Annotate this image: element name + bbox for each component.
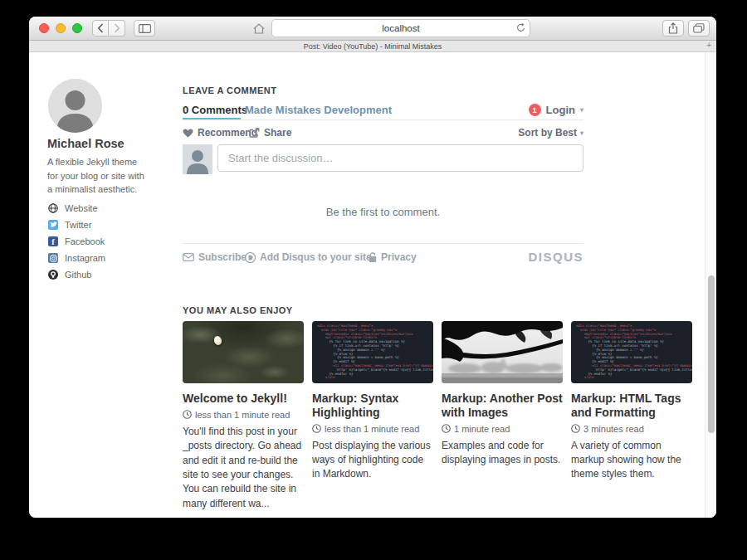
disqus-actions-row: Recommend Share Sort by Best ▾: [183, 127, 583, 140]
link-label: Instagram: [65, 253, 105, 263]
link-label: Github: [65, 270, 91, 280]
pearl-decoration: [213, 335, 223, 346]
privacy-label: Privacy: [381, 251, 417, 263]
read-time-label: 3 minutes read: [583, 424, 644, 434]
post-title-link[interactable]: Markup: HTML Tags and Formatting: [571, 392, 692, 420]
scrollbar-track[interactable]: [705, 52, 716, 518]
link-label: Twitter: [65, 220, 91, 230]
chevron-right-icon: [114, 23, 120, 33]
login-label: Login: [546, 104, 575, 116]
sidebar-item-website[interactable]: Website: [48, 200, 105, 217]
screenshot-stage: localhost Post: Video (YouTube) - Minima…: [0, 0, 747, 560]
globe-icon: [48, 203, 58, 213]
post-teaser-image[interactable]: <div class="masthead__menu"> <nav id="si…: [571, 321, 692, 383]
traffic-lights: [39, 23, 82, 33]
share-thread-button[interactable]: Share: [249, 127, 291, 139]
reload-button[interactable]: [516, 22, 525, 33]
tabs-overview-icon: [693, 23, 705, 33]
post-teaser-image[interactable]: [183, 321, 304, 383]
envelope-icon: [183, 253, 194, 261]
browser-toolbar: localhost: [29, 17, 716, 41]
heart-icon: [183, 129, 193, 138]
person-silhouette-icon: [183, 144, 212, 174]
zoom-window-button[interactable]: [72, 23, 82, 33]
tab-bar: Post: Video (YouTube) - Minimal Mistakes…: [29, 41, 716, 52]
link-label: Website: [65, 203, 98, 213]
clock-icon: [442, 424, 451, 433]
close-window-button[interactable]: [39, 23, 49, 33]
instagram-icon: [48, 253, 58, 263]
sidebar-item-github[interactable]: Github: [48, 266, 105, 283]
scrollbar-thumb[interactable]: [708, 275, 715, 433]
post-excerpt: Post displaying the various ways of high…: [312, 439, 433, 482]
add-disqus-link[interactable]: Add Disqus to your site: [245, 251, 372, 263]
active-tab[interactable]: Post: Video (YouTube) - Minimal Mistakes: [304, 42, 442, 51]
related-post-card: Markup: Another Post with Images 1 minut…: [442, 321, 563, 467]
author-avatar: [48, 79, 102, 133]
post-teaser-image[interactable]: [442, 321, 563, 383]
sidebar-icon: [139, 24, 151, 33]
post-title-link[interactable]: Markup: Another Post with Images: [442, 392, 563, 420]
read-time-label: less than 1 minute read: [325, 424, 419, 434]
chevron-left-icon: [97, 23, 104, 33]
reload-icon: [516, 22, 525, 33]
author-name: Michael Rose: [47, 137, 124, 150]
divider: [183, 119, 583, 120]
sort-menu[interactable]: Sort by Best ▾: [518, 127, 583, 139]
post-excerpt: Examples and code for displaying images …: [442, 439, 563, 468]
comment-count-tab[interactable]: 0 Comments: [183, 104, 247, 116]
minimize-window-button[interactable]: [56, 23, 66, 33]
author-links: Website Twitter f Facebook Instagram: [48, 200, 105, 283]
privacy-link[interactable]: Privacy: [369, 251, 417, 263]
post-excerpt: You'll find this post in your _posts dir…: [183, 425, 304, 511]
address-bar[interactable]: localhost: [271, 19, 530, 37]
post-title-link[interactable]: Welcome to Jekyll!: [183, 392, 304, 406]
sidebar-item-facebook[interactable]: f Facebook: [48, 233, 105, 250]
page-content: Michael Rose A flexible Jekyll theme for…: [29, 52, 716, 518]
forward-button[interactable]: [109, 20, 125, 37]
commenter-avatar: [183, 144, 212, 174]
share-button[interactable]: [662, 20, 684, 37]
read-time-label: 1 minute read: [454, 424, 510, 434]
notification-badge: 1: [529, 104, 541, 116]
post-teaser-image[interactable]: <div class="masthead__menu"> <nav id="si…: [312, 321, 433, 383]
show-tabs-button[interactable]: [688, 20, 710, 37]
history-nav-group: [92, 20, 125, 37]
related-heading: YOU MAY ALSO ENJOY: [183, 305, 293, 315]
post-title-link[interactable]: Markup: Syntax Highlighting: [312, 392, 433, 420]
lock-icon: [369, 252, 377, 263]
divider: [183, 243, 583, 244]
toolbar-right-buttons: [662, 20, 710, 37]
disqus-logo[interactable]: DISQUS: [528, 250, 583, 264]
new-tab-button[interactable]: +: [706, 41, 711, 51]
back-button[interactable]: [92, 20, 109, 37]
subscribe-link[interactable]: Subscribe: [183, 251, 247, 263]
sort-label: Sort by Best: [518, 127, 577, 139]
login-menu[interactable]: 1 Login ▾: [529, 104, 583, 116]
github-icon: [48, 270, 58, 280]
read-time-label: less than 1 minute read: [195, 410, 290, 420]
empty-thread-message: Be the first to comment.: [183, 206, 583, 218]
link-label: Facebook: [65, 236, 105, 246]
disqus-header: 0 Comments Made Mistakes Development 1 L…: [183, 104, 583, 119]
sidebar-toggle-button[interactable]: [134, 20, 155, 37]
recommend-button[interactable]: Recommend: [183, 127, 257, 139]
disqus-footer: Subscribe Add Disqus to your site Privac…: [183, 250, 583, 265]
read-time: less than 1 minute read: [183, 410, 304, 420]
person-silhouette-icon: [48, 79, 102, 133]
facebook-icon: f: [48, 236, 58, 246]
clock-icon: [183, 410, 192, 419]
sidebar-item-twitter[interactable]: Twitter: [48, 217, 105, 233]
read-time: 1 minute read: [442, 424, 563, 434]
community-link[interactable]: Made Mistakes Development: [245, 104, 392, 116]
code-line: </ul>: [317, 376, 428, 380]
share-label: Share: [264, 127, 291, 139]
home-button[interactable]: [253, 23, 265, 34]
clock-icon: [571, 424, 580, 433]
subscribe-label: Subscribe: [198, 251, 247, 263]
comments-heading: LEAVE A COMMENT: [183, 85, 276, 95]
sidebar-item-instagram[interactable]: Instagram: [48, 250, 105, 266]
comment-input[interactable]: [217, 144, 583, 172]
clock-icon: [312, 424, 321, 433]
read-time: 3 minutes read: [571, 424, 692, 434]
